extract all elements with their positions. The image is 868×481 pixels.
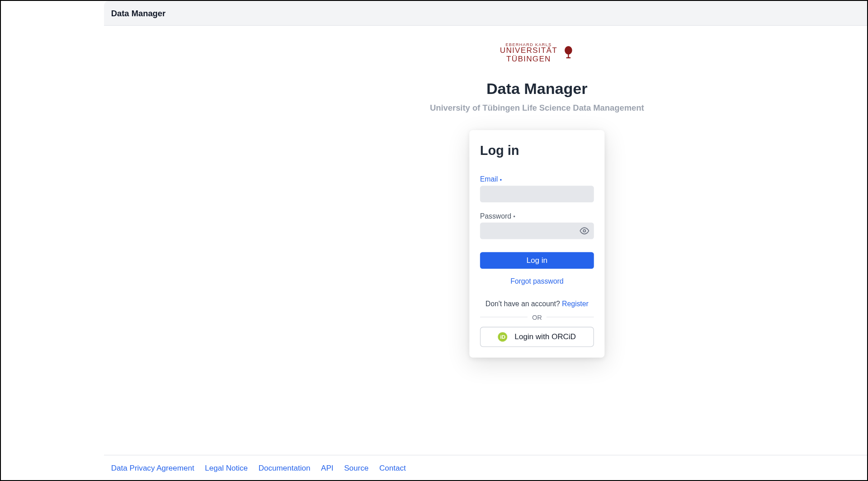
divider-line	[480, 317, 528, 317]
email-input[interactable]	[480, 186, 594, 202]
footer-link-source[interactable]: Source	[344, 464, 368, 473]
show-password-icon[interactable]	[580, 226, 589, 235]
page-title: Data Manager	[486, 79, 588, 98]
page-subtitle: University of Tübingen Life Science Data…	[430, 103, 644, 112]
email-label-text: Email	[480, 175, 498, 183]
logo-line2: UNIVERSITÄT	[500, 47, 557, 55]
svg-rect-1	[568, 54, 569, 58]
footer-link-privacy[interactable]: Data Privacy Agreement	[111, 464, 194, 473]
orcid-button-label: Login with ORCiD	[514, 332, 576, 341]
footer-link-legal[interactable]: Legal Notice	[205, 464, 248, 473]
svg-point-0	[565, 46, 573, 55]
required-dot: •	[513, 213, 515, 219]
register-link[interactable]: Register	[562, 299, 589, 308]
forgot-password-link[interactable]: Forgot password	[480, 277, 594, 285]
orcid-icon: iD	[498, 332, 508, 341]
footer-link-contact[interactable]: Contact	[379, 464, 406, 473]
email-label: Email •	[480, 175, 594, 183]
divider-line	[547, 317, 594, 317]
password-field-group: Password •	[480, 212, 594, 239]
app-title: Data Manager	[111, 8, 165, 18]
password-input[interactable]	[480, 222, 594, 239]
main-content: EBERHARD KARLS UNIVERSITÄT TÜBINGEN Data…	[104, 26, 868, 455]
footer-link-api[interactable]: API	[321, 464, 334, 473]
password-label: Password •	[480, 212, 594, 220]
divider-text: OR	[532, 313, 542, 321]
app-header: Data Manager Register Login	[104, 1, 868, 26]
password-label-text: Password	[480, 212, 511, 220]
card-title: Log in	[480, 143, 594, 158]
svg-rect-2	[566, 57, 571, 58]
university-logo: EBERHARD KARLS UNIVERSITÄT TÜBINGEN	[500, 42, 574, 63]
university-logo-text: EBERHARD KARLS UNIVERSITÄT TÜBINGEN	[500, 42, 557, 63]
no-account-text: Don't have an account?	[486, 299, 562, 308]
divider: OR	[480, 313, 594, 321]
tree-icon	[563, 46, 574, 59]
required-dot: •	[500, 176, 502, 182]
submit-login-button[interactable]: Log in	[480, 252, 594, 269]
orcid-login-button[interactable]: iD Login with ORCiD	[480, 327, 594, 347]
login-card: Log in Email • Password •	[469, 130, 604, 358]
register-prompt: Don't have an account? Register	[480, 299, 594, 308]
email-field-group: Email •	[480, 175, 594, 202]
svg-point-3	[583, 229, 585, 232]
footer: Data Privacy Agreement Legal Notice Docu…	[104, 455, 868, 481]
logo-line3: TÜBINGEN	[500, 55, 557, 63]
footer-link-docs[interactable]: Documentation	[259, 464, 311, 473]
